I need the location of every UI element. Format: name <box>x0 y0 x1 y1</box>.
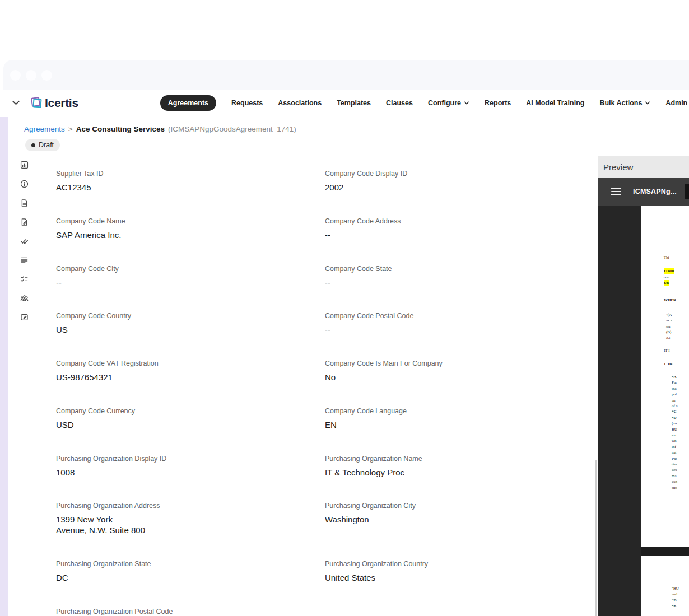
doc-text-line: (co <box>672 421 689 426</box>
nav-tab-configure[interactable]: Configure <box>428 99 469 107</box>
doc-text-line: thi <box>666 335 689 341</box>
field-value: -- <box>325 325 583 335</box>
nav-tab-templates[interactable]: Templates <box>337 99 371 107</box>
nav-tab-associations[interactable]: Associations <box>278 99 322 107</box>
field-value: Washington <box>325 515 583 525</box>
nav-tab-reports[interactable]: Reports <box>485 99 511 107</box>
info-icon[interactable] <box>20 180 29 188</box>
field-value: -- <box>56 278 325 288</box>
form-row: Purchasing Organization Postal Code <box>56 608 585 616</box>
vertical-scrollbar[interactable] <box>595 460 597 616</box>
agreement-reference-id: (ICMSAPNgpGoodsAgreement_1741) <box>168 125 296 133</box>
field-label: Purchasing Organization Address <box>56 502 325 510</box>
document-text: “BUand“D“E <box>641 556 689 609</box>
doc-text-line: an <box>672 398 689 403</box>
field-value: IT & Technology Proc <box>325 468 583 478</box>
field-value: US <box>56 325 325 335</box>
field-label: Company Code City <box>56 265 325 273</box>
doc-text-line: WHER <box>664 297 689 303</box>
icertis-logo[interactable]: Icertis <box>30 96 78 110</box>
field-value: SAP America Inc. <box>56 230 325 241</box>
form-row: Company Code City-- Company Code State-- <box>56 265 585 288</box>
status-dot <box>31 143 35 147</box>
field-label: Purchasing Organization City <box>325 502 583 510</box>
document-page-1: ThiIT800conUnWHER"(Aas vser(B)thiIT I1. … <box>641 206 689 547</box>
field-value: DC <box>56 573 325 584</box>
nav-tab-requests[interactable]: Requests <box>231 99 263 107</box>
form-row: Purchasing Organization StateDC Purchasi… <box>56 560 585 584</box>
document-viewer: ThiIT800conUnWHER"(Aas vser(B)thiIT I1. … <box>598 206 689 616</box>
chevron-down-icon <box>645 100 650 106</box>
doc-text-line: exc <box>672 432 689 438</box>
dashboard-icon[interactable] <box>20 161 29 169</box>
thumbnail-rail[interactable] <box>598 206 641 616</box>
field-label: Company Code Postal Code <box>325 312 583 320</box>
field-value: EN <box>325 420 583 431</box>
field-label: Company Code Is Main For Company <box>325 360 583 367</box>
doc-text-line: “E <box>672 603 689 609</box>
notes-icon[interactable] <box>20 313 29 321</box>
form-row: Purchasing Organization Display ID1008 P… <box>56 455 585 478</box>
field-label: Company Code Language <box>325 407 583 415</box>
form-row: Company Code CurrencyUSD Company Code La… <box>56 407 585 431</box>
form-row: Purchasing Organization Address1399 New … <box>56 502 585 536</box>
approvals-double-check-icon[interactable] <box>20 237 29 245</box>
hamburger-menu-icon[interactable] <box>611 188 621 195</box>
clauses-lines-icon[interactable] <box>20 256 29 264</box>
field-label: Purchasing Organization Name <box>325 455 583 463</box>
doc-text-line: (B) <box>666 329 689 335</box>
field-value: AC12345 <box>56 183 325 193</box>
field-label: Company Code Country <box>56 312 325 320</box>
window-titlebar <box>3 60 689 90</box>
toolbar-clipped-control[interactable] <box>685 184 689 199</box>
content-area: Agreements > Ace Consulting Services (IC… <box>0 117 689 616</box>
doc-text-line: “C <box>672 409 689 414</box>
doc-text-line: “D <box>672 598 689 603</box>
doc-text-line: con <box>664 274 689 280</box>
field-label: Company Code Name <box>56 217 325 225</box>
nav-tab-agreements[interactable]: Agreements <box>160 95 216 111</box>
preview-panel: Preview ICMSAPNg... ThiIT800conUnWHER"(A… <box>598 156 689 616</box>
field-value: 1399 New York Avenue, N.W. Suite 800 <box>56 515 325 536</box>
nav-tab-admin[interactable]: Admin <box>665 99 689 107</box>
field-label: Company Code Address <box>325 217 583 225</box>
field-label: Purchasing Organization Postal Code <box>56 608 325 615</box>
checklist-icon[interactable] <box>20 275 29 283</box>
doc-text-line: 800 <box>668 268 674 274</box>
team-icon[interactable] <box>20 294 29 302</box>
document-icon[interactable] <box>20 199 29 207</box>
chevron-down-icon <box>464 100 469 106</box>
breadcrumb-agreements-link[interactable]: Agreements <box>24 125 65 133</box>
doc-text-line: of a <box>672 403 689 409</box>
field-value: United States <box>325 573 583 584</box>
left-accent-strip <box>0 117 8 616</box>
document-edit-icon[interactable] <box>20 218 29 226</box>
field-label: Company Code Display ID <box>325 170 583 178</box>
breadcrumb-current: Ace Consulting Services <box>76 125 165 133</box>
doc-text-line: "(A <box>666 312 689 318</box>
nav-tab-clauses[interactable]: Clauses <box>386 99 413 107</box>
doc-text-line: and <box>672 591 689 597</box>
brand-name: Icertis <box>45 96 78 110</box>
doc-text-line: Par <box>672 456 689 461</box>
doc-text-line: Un <box>664 280 669 286</box>
breadcrumb-separator: > <box>68 125 73 133</box>
nav-tab-ai-model-training[interactable]: AI Model Training <box>526 99 584 107</box>
doc-text-line: nat <box>672 450 689 455</box>
field-label: Company Code State <box>325 265 583 273</box>
icertis-logo-icon <box>30 96 44 110</box>
field-label: Company Code VAT Registration <box>56 360 325 367</box>
form-row: Company Code VAT RegistrationUS-98765432… <box>56 360 585 383</box>
document-viewer-toolbar: ICMSAPNg... <box>598 178 689 206</box>
doc-text-line: des <box>672 467 689 473</box>
field-value: -- <box>325 230 583 241</box>
agreement-side-rail <box>8 161 40 321</box>
field-value: 2002 <box>325 183 583 193</box>
top-navbar: Icertis Agreements Requests Associations… <box>0 90 689 116</box>
nav-tab-bulk-actions[interactable]: Bulk Actions <box>599 99 650 107</box>
window-dot <box>41 70 52 81</box>
doc-text-line: IT I <box>664 348 689 353</box>
chevron-down-icon[interactable] <box>11 98 21 108</box>
doc-text-line: dev <box>672 461 689 467</box>
doc-text-line: 1. De <box>664 361 689 367</box>
